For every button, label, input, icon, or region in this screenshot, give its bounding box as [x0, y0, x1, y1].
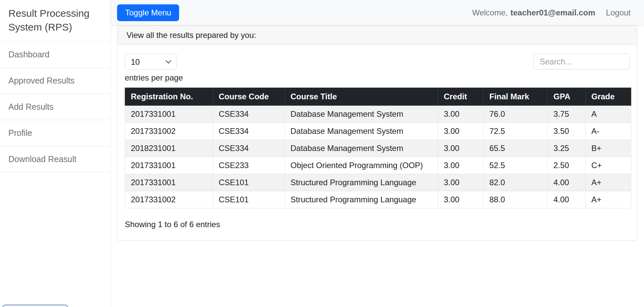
- sidebar-item-download-result[interactable]: Download Reasult: [0, 146, 110, 172]
- cell-final-mark: 52.5: [484, 157, 548, 174]
- card-body: 10 entries per page Registration No.: [117, 45, 637, 241]
- cell-registration-no: 2017331002: [125, 123, 213, 140]
- bottom-peek-button[interactable]: [2, 305, 68, 307]
- results-card: View all the results prepared by you: 10…: [117, 25, 637, 241]
- cell-gpa: 3.75: [548, 106, 586, 123]
- cell-registration-no: 2017331001: [125, 106, 213, 123]
- cell-credit: 3.00: [438, 106, 484, 123]
- cell-registration-no: 2017331001: [125, 157, 213, 174]
- cell-course-title: Database Management System: [285, 123, 438, 140]
- results-table: Registration No. Course Code Course Titl…: [125, 88, 631, 208]
- cell-course-title: Database Management System: [285, 106, 438, 123]
- cell-grade: A+: [586, 191, 631, 208]
- cell-final-mark: 88.0: [484, 191, 548, 208]
- sidebar-item-add-results[interactable]: Add Results: [0, 94, 110, 120]
- table-row: 2018231001 CSE334 Database Management Sy…: [125, 140, 631, 157]
- welcome-text: Welcome,: [472, 8, 507, 17]
- cell-course-code: CSE101: [213, 174, 285, 191]
- cell-course-code: CSE334: [213, 106, 285, 123]
- sidebar: Result Processing System (RPS) Dashboard…: [0, 0, 111, 307]
- cell-final-mark: 76.0: [484, 106, 548, 123]
- cell-registration-no: 2017331001: [125, 174, 213, 191]
- col-header-gpa: GPA: [548, 88, 586, 106]
- cell-credit: 3.00: [438, 174, 484, 191]
- app-title: Result Processing System (RPS): [0, 0, 110, 42]
- cell-credit: 3.00: [438, 123, 484, 140]
- cell-grade: A: [586, 106, 631, 123]
- table-row: 2017331002 CSE101 Structured Programming…: [125, 191, 631, 208]
- logout-link[interactable]: Logout: [606, 8, 631, 17]
- table-summary: Showing 1 to 6 of 6 entries: [125, 220, 630, 229]
- cell-gpa: 4.00: [548, 174, 586, 191]
- cell-grade: C+: [586, 157, 631, 174]
- col-header-credit: Credit: [438, 88, 484, 106]
- table-header-row: Registration No. Course Code Course Titl…: [125, 88, 631, 106]
- col-header-final-mark: Final Mark: [484, 88, 548, 106]
- main-content: View all the results prepared by you: 10…: [111, 25, 644, 307]
- cell-gpa: 3.25: [548, 140, 586, 157]
- cell-course-code: CSE233: [213, 157, 285, 174]
- cell-gpa: 3.50: [548, 123, 586, 140]
- cell-final-mark: 82.0: [484, 174, 548, 191]
- cell-course-title: Structured Programming Language: [285, 191, 438, 208]
- cell-credit: 3.00: [438, 191, 484, 208]
- search-input[interactable]: [533, 54, 630, 69]
- cell-gpa: 4.00: [548, 191, 586, 208]
- entries-per-page-label: entries per page: [125, 73, 183, 83]
- table-row: 2017331001 CSE233 Object Oriented Progra…: [125, 157, 631, 174]
- cell-grade: B+: [586, 140, 631, 157]
- cell-grade: A+: [586, 174, 631, 191]
- col-header-registration-no: Registration No.: [125, 88, 213, 106]
- table-controls: 10 entries per page: [125, 54, 630, 83]
- cell-final-mark: 65.5: [484, 140, 548, 157]
- cell-course-title: Object Oriented Programming (OOP): [285, 157, 438, 174]
- cell-credit: 3.00: [438, 140, 484, 157]
- card-header-title: View all the results prepared by you:: [117, 26, 637, 45]
- entries-control: 10 entries per page: [125, 54, 183, 83]
- cell-course-code: CSE334: [213, 140, 285, 157]
- cell-credit: 3.00: [438, 157, 484, 174]
- col-header-grade: Grade: [586, 88, 631, 106]
- cell-course-code: CSE334: [213, 123, 285, 140]
- sidebar-item-dashboard[interactable]: Dashboard: [0, 42, 110, 68]
- table-row: 2017331001 CSE334 Database Management Sy…: [125, 106, 631, 123]
- cell-course-code: CSE101: [213, 191, 285, 208]
- cell-registration-no: 2018231001: [125, 140, 213, 157]
- toggle-menu-button[interactable]: Toggle Menu: [117, 4, 179, 21]
- cell-final-mark: 72.5: [484, 123, 548, 140]
- table-row: 2017331001 CSE101 Structured Programming…: [125, 174, 631, 191]
- entries-per-page-select[interactable]: 10: [125, 54, 177, 70]
- cell-course-title: Database Management System: [285, 140, 438, 157]
- col-header-course-code: Course Code: [213, 88, 285, 106]
- cell-course-title: Structured Programming Language: [285, 174, 438, 191]
- sidebar-item-approved-results[interactable]: Approved Results: [0, 68, 110, 94]
- sidebar-item-profile[interactable]: Profile: [0, 120, 110, 146]
- col-header-course-title: Course Title: [285, 88, 438, 106]
- topbar-user-area: Welcome, teacher01@email.com Logout: [472, 8, 631, 17]
- cell-gpa: 2.50: [548, 157, 586, 174]
- user-email: teacher01@email.com: [511, 8, 595, 17]
- table-row: 2017331002 CSE334 Database Management Sy…: [125, 123, 631, 140]
- cell-registration-no: 2017331002: [125, 191, 213, 208]
- cell-grade: A-: [586, 123, 631, 140]
- topbar: Toggle Menu Welcome, teacher01@email.com…: [111, 0, 644, 25]
